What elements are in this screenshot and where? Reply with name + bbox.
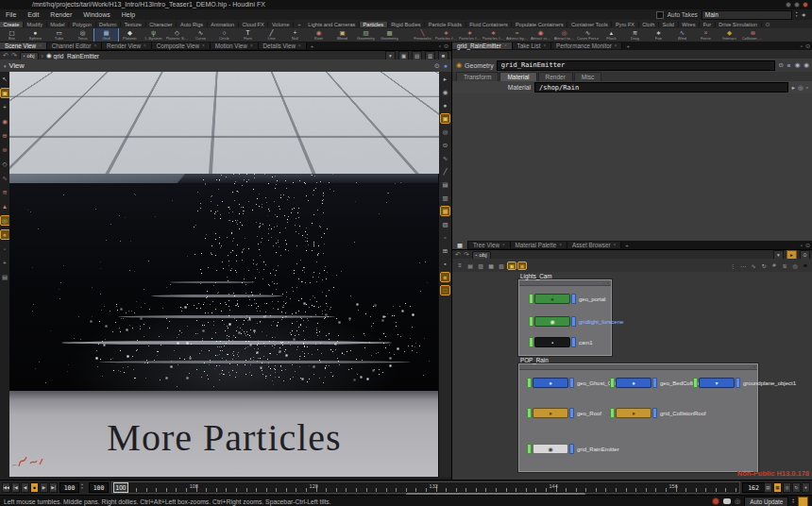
view-options-icon[interactable]: ⊙ [434, 62, 440, 70]
net-grid-icon[interactable]: ▥ [477, 262, 484, 269]
select-tool-icon[interactable]: ↖ [1, 75, 9, 83]
new-pane-tab-button[interactable]: + [622, 42, 634, 50]
node-groundplane[interactable]: ▾ groundplane_object1 [693, 378, 796, 388]
pane-tab[interactable]: Render View× [102, 42, 152, 49]
pane-tab[interactable]: Scene View× [0, 42, 47, 49]
view-caret-icon[interactable]: ▾ [4, 63, 7, 69]
geometry-tool-2[interactable]: ▩ Geometry [378, 28, 401, 42]
shelf-tab[interactable]: Deform [96, 22, 122, 27]
jump-start-button[interactable]: |◀◀ [2, 482, 10, 493]
node-geo-portal[interactable]: ● geo_portal [529, 294, 605, 304]
pb-audio-icon[interactable]: ◎ [783, 482, 791, 493]
peak-tool-icon[interactable]: ▲ [1, 202, 9, 211]
handles-tool-icon[interactable]: ▣ [1, 89, 9, 97]
vp-grid-icon[interactable]: ▤ [441, 180, 449, 189]
close-tab-icon[interactable]: × [543, 43, 546, 48]
axis-gizmo-icon[interactable]: + [1, 259, 9, 267]
shelf-tab[interactable]: Particles [360, 22, 388, 27]
shelf-tab[interactable]: Particle Fluids [425, 22, 465, 27]
blend-tool[interactable]: ▣ Blend [330, 28, 354, 42]
vp-persp-icon[interactable]: ◉ [441, 88, 449, 96]
wave-tool-icon[interactable]: ≋ [1, 188, 9, 196]
shelf-tab[interactable]: Volume [268, 22, 294, 27]
collision-tool[interactable]: ⊗ Collision d… [741, 28, 765, 42]
shelf-gear-icon[interactable]: ⊙ [762, 20, 774, 28]
platonic-tool[interactable]: ◆ Platonic [118, 28, 142, 42]
vp-half-icon[interactable]: ▧ [441, 220, 449, 228]
vp-cam-icon[interactable]: ● [441, 101, 449, 110]
close-tab-icon[interactable]: × [615, 43, 617, 48]
node-grid-rainemitter[interactable]: ◉ grid_RainEmitter [527, 444, 619, 454]
move-tool-icon[interactable]: + [1, 103, 9, 111]
parm-globe1-icon[interactable]: ◉ [795, 61, 801, 69]
network-canvas[interactable]: Lights_Cam ‒ × ● geo_portal [452, 272, 812, 480]
menu-item[interactable]: Windows [77, 11, 115, 18]
net-wire-icon[interactable]: ∿ [750, 262, 757, 269]
pane-tab[interactable]: Composite View× [152, 42, 211, 49]
flock-tool[interactable]: ▴ Flock [600, 28, 623, 42]
wind-tool[interactable]: ∿ Wind [670, 28, 694, 42]
net-hash-icon[interactable]: # [770, 262, 778, 268]
menu-item[interactable]: Help [116, 11, 141, 18]
pane-tab[interactable]: Tree View× [468, 242, 511, 248]
render-flag[interactable] [652, 378, 657, 388]
shelf-tab[interactable]: Modify [24, 22, 47, 27]
display-flag[interactable] [529, 337, 533, 347]
render-flag[interactable] [569, 378, 574, 388]
vp-orange2-icon[interactable]: □ [441, 286, 449, 295]
ops-globe-icon[interactable]: ◎ [798, 84, 804, 92]
net-refresh-icon[interactable]: ↻ [760, 262, 768, 269]
paint-tool-icon[interactable]: ⊕ [1, 131, 9, 140]
shelf-tab[interactable]: Rigid Bodies [388, 22, 426, 27]
pane-tab[interactable]: Motion View× [211, 42, 259, 49]
pane-split-icon[interactable]: ▫ [801, 43, 803, 49]
vp-layout-icon[interactable]: ▸ [441, 75, 449, 83]
display-flag[interactable] [610, 408, 615, 418]
drag-tool[interactable]: ≋ Drag [623, 28, 647, 42]
curve-tool[interactable]: ∿ Curve [189, 28, 212, 42]
tube-tool[interactable]: ▭ Tube [47, 28, 71, 42]
auto-takes-checkbox[interactable] [656, 11, 664, 19]
snap-tool-icon[interactable]: ◇ [1, 160, 9, 168]
render-flag[interactable] [652, 408, 657, 418]
parm-globe2-icon[interactable]: ◉ [804, 61, 809, 69]
cook-indicator-icon[interactable]: ◎ [735, 498, 740, 505]
close-tab-icon[interactable]: × [504, 43, 507, 48]
net-waves-icon[interactable]: ≋ [781, 262, 788, 269]
network-box-pop-rain[interactable]: POP_Rain ‒ × ● geo_Ghost_Collision [518, 363, 758, 472]
close-tab-icon[interactable]: × [614, 243, 617, 247]
render-flag[interactable] [571, 316, 576, 327]
tiny-box-icon[interactable]: ▫ [806, 84, 808, 91]
shelf-tab[interactable]: Character [146, 22, 178, 27]
menu-item[interactable]: Edit [22, 11, 44, 18]
take-stepper[interactable]: ▴▾ [796, 11, 798, 18]
advect-tool[interactable]: ≈ Advect by… [505, 28, 529, 42]
box-minimize-icon[interactable]: ‒ [749, 365, 751, 369]
network-box-titlebar[interactable]: ‒ × [519, 280, 611, 286]
box-tool[interactable]: ▢ Box [0, 28, 24, 42]
pane-menu-icon[interactable]: ⊙ [805, 42, 810, 49]
grid-tool[interactable]: ▦ Grid [94, 28, 118, 42]
network-view-tab[interactable]: ▦ [452, 241, 468, 249]
vp-slash-icon[interactable]: ╱ [441, 167, 449, 176]
new-pane-tab-button[interactable]: + [307, 42, 318, 50]
circle-tool[interactable]: ○ Circle [212, 28, 236, 42]
new-pane-tab-button[interactable]: + [621, 241, 633, 249]
render-flag[interactable] [571, 294, 576, 304]
parm-menu-icon[interactable]: ≡ [787, 62, 791, 69]
force-tool[interactable]: × Force [694, 28, 718, 42]
geometry-tool-1[interactable]: ▨ Geometry [354, 28, 378, 42]
pane-tab[interactable]: Performance Monitor× [551, 42, 622, 49]
notes-tool-icon[interactable]: ▤ [1, 273, 9, 281]
network-box-lights-cam[interactable]: Lights_Cam ‒ × ● geo_portal [518, 279, 612, 356]
range-start-field[interactable]: 100 [89, 482, 109, 493]
node-name-field[interactable]: grid_RainEmitter [497, 60, 776, 71]
net-flag1-icon[interactable]: ▣ [508, 262, 516, 269]
render-flag[interactable] [569, 408, 574, 418]
shelf-tab[interactable]: Fur [700, 22, 716, 27]
node-cam1[interactable]: ▪ cam1 [529, 337, 593, 347]
pane-menu-icon[interactable]: ⊙ [805, 242, 810, 248]
sculpt-tool-icon[interactable]: ⊗ [1, 145, 9, 154]
net-hatch-icon[interactable]: ▧ [498, 262, 505, 269]
pane-tab[interactable]: Take List× [513, 42, 552, 49]
